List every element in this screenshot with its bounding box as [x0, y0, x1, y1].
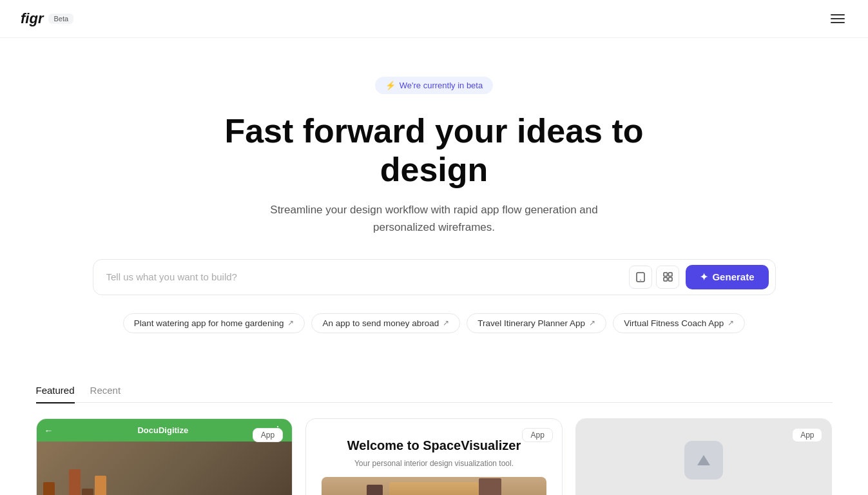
search-input[interactable] [106, 271, 623, 282]
card-docudigitize-image: PY [37, 442, 293, 495]
card-badge-spacevisualizer: App [522, 428, 552, 442]
menu-icon-line3 [831, 22, 845, 23]
book-5 [95, 476, 106, 495]
hero-heading: Fast forward your ideas to design [209, 112, 660, 189]
tab-featured[interactable]: Featured [36, 385, 75, 403]
card-spacevisualizer[interactable]: Welcome to SpaceVisualizer Your personal… [305, 418, 563, 495]
furniture-2 [479, 478, 501, 495]
chip-label-2: Travel Itinerary Planner App [477, 318, 585, 328]
card-docudigitize[interactable]: ← DocuDigitize ⋮ PY App [36, 418, 293, 495]
menu-icon-line2 [831, 18, 845, 19]
beta-badge: Beta [48, 14, 73, 24]
chip-label-3: Virtual Fitness Coach App [624, 318, 724, 328]
cards-grid: ← DocuDigitize ⋮ PY App [36, 418, 833, 495]
chip-arrow-2: ↗ [589, 318, 595, 327]
book-4 [82, 489, 93, 495]
furniture-1 [367, 485, 383, 495]
card-spacevisualizer-title: Welcome to SpaceVisualizer [347, 437, 521, 454]
bookshelf-overlay [37, 442, 293, 495]
content-section: Featured Recent ← DocuDigitize ⋮ [15, 385, 853, 495]
card-badge-smartserve: App [792, 428, 822, 442]
chip-arrow-3: ↗ [728, 318, 734, 327]
suggestion-chip-1[interactable]: An app to send money abroad ↗ [311, 313, 460, 333]
back-button[interactable]: ← [44, 425, 53, 436]
grid-view-button[interactable] [656, 266, 679, 289]
hero-subheading: Streamline your design workflow with rap… [241, 201, 628, 236]
svg-rect-4 [664, 278, 668, 282]
suggestion-chip-0[interactable]: Plant watering app for home gardening ↗ [123, 313, 305, 333]
generate-label: Generate [712, 271, 754, 282]
tab-recent[interactable]: Recent [90, 385, 121, 403]
beta-pill: ⚡ We're currently in beta [375, 77, 493, 94]
book-1 [43, 482, 55, 495]
suggestion-chip-2[interactable]: Travel Itinerary Planner App ↗ [467, 313, 606, 333]
svg-rect-5 [668, 278, 672, 282]
card-badge-docudigitize: App [253, 428, 283, 442]
mobile-view-button[interactable] [629, 266, 652, 289]
header: figr Beta [0, 0, 868, 38]
menu-icon-line1 [831, 14, 845, 15]
beta-pill-text: We're currently in beta [400, 81, 483, 90]
generate-button[interactable]: ✦ Generate [686, 265, 768, 289]
chip-arrow-1: ↗ [443, 318, 449, 327]
suggestion-chip-3[interactable]: Virtual Fitness Coach App ↗ [613, 313, 745, 333]
svg-rect-3 [668, 273, 672, 277]
card-spacevisualizer-subtitle: Your personal interior design visualizat… [354, 459, 514, 468]
chip-label-0: Plant watering app for home gardening [134, 318, 284, 328]
card-docudigitize-title: DocuDigitize [137, 425, 188, 435]
chip-label-1: An app to send money abroad [322, 318, 439, 328]
tabs: Featured Recent [36, 385, 833, 403]
logo-area: figr Beta [21, 10, 73, 27]
card-smartserve[interactable]: Smart Serve Efficiently managing your or… [575, 418, 833, 495]
search-bar: ✦ Generate [93, 259, 776, 295]
svg-point-1 [641, 280, 642, 281]
suggestions: Plant watering app for home gardening ↗ … [93, 313, 776, 333]
chip-arrow-0: ↗ [287, 318, 294, 327]
card-spacevisualizer-image [322, 477, 546, 495]
room-wall [389, 482, 479, 495]
svg-rect-2 [664, 273, 668, 277]
smartserve-placeholder-icon [684, 441, 723, 480]
bolt-icon: ⚡ [385, 81, 396, 90]
menu-button[interactable] [828, 12, 847, 26]
logo: figr [21, 10, 43, 27]
generate-icon: ✦ [700, 271, 708, 283]
hero-section: ⚡ We're currently in beta Fast forward y… [0, 38, 868, 359]
search-icons [629, 266, 679, 289]
book-3 [69, 469, 81, 495]
